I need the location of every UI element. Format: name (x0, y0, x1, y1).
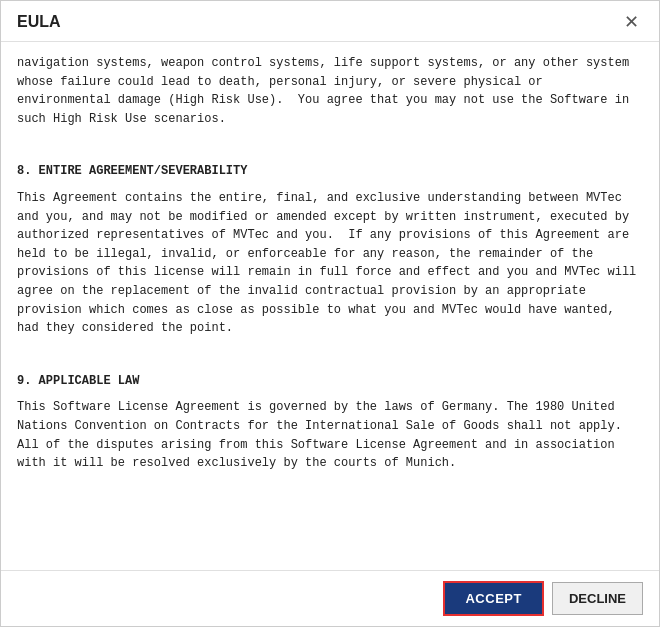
section9-text: This Software License Agreement is gover… (17, 398, 643, 472)
close-button[interactable]: ✕ (620, 11, 643, 33)
dialog-title: EULA (17, 13, 61, 31)
dialog-header: EULA ✕ (1, 1, 659, 42)
accept-button[interactable]: ACCEPT (443, 581, 543, 616)
section8-heading: 8. ENTIRE AGREEMENT/SEVERABILITY (17, 162, 643, 181)
dialog-body[interactable]: navigation systems, weapon control syste… (1, 42, 659, 570)
decline-button[interactable]: DECLINE (552, 582, 643, 615)
section8-text: This Agreement contains the entire, fina… (17, 189, 643, 338)
section9-heading: 9. APPLICABLE LAW (17, 372, 643, 391)
eula-dialog: EULA ✕ navigation systems, weapon contro… (0, 0, 660, 627)
intro-paragraph: navigation systems, weapon control syste… (17, 54, 643, 128)
dialog-footer: ACCEPT DECLINE (1, 570, 659, 626)
